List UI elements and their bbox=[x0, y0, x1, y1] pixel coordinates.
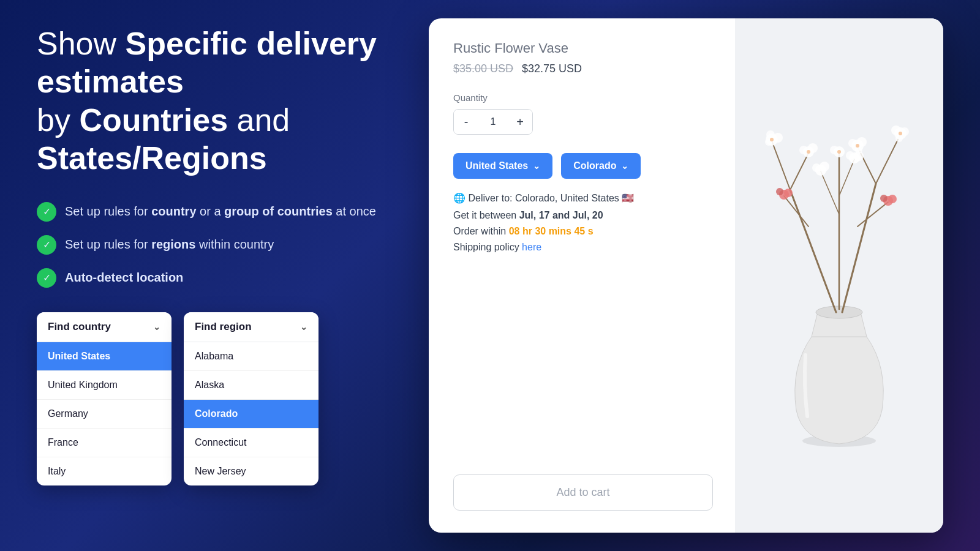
shipping-policy-label: Shipping policy bbox=[453, 242, 522, 252]
region-item-al[interactable]: Alabama bbox=[184, 342, 318, 371]
svg-point-22 bbox=[848, 139, 857, 148]
svg-point-41 bbox=[880, 195, 888, 202]
product-info: Rustic Flower Vase $35.00 USD $32.75 USD… bbox=[429, 18, 735, 533]
svg-point-46 bbox=[899, 132, 902, 135]
shipping-policy: Shipping policy here bbox=[453, 242, 713, 253]
feature-regions-text: Set up rules for regions within country bbox=[65, 238, 274, 252]
svg-point-33 bbox=[820, 162, 829, 171]
delivery-info: 🌐 Deliver to: Colorado, United States 🇺🇸… bbox=[453, 192, 713, 253]
product-card: Rustic Flower Vase $35.00 USD $32.75 USD… bbox=[429, 18, 943, 533]
add-to-cart-button[interactable]: Add to cart bbox=[453, 474, 713, 511]
svg-point-43 bbox=[770, 138, 774, 141]
headline-line1-normal: Show bbox=[37, 26, 126, 61]
country-item-us[interactable]: United States bbox=[37, 342, 172, 371]
feature-country-text: Set up rules for country or a group of c… bbox=[65, 204, 376, 219]
countdown-timer: 08 hr 30 mins 45 s bbox=[509, 226, 594, 236]
price-sale: $32.75 USD bbox=[522, 62, 582, 75]
feature-regions: ✓ Set up rules for regions within countr… bbox=[37, 235, 380, 255]
quantity-label: Quantity bbox=[453, 92, 713, 103]
feature-autodetect: ✓ Auto-detect location bbox=[37, 268, 380, 288]
svg-point-45 bbox=[856, 144, 859, 148]
location-selects: United States ⌄ Colorado ⌄ bbox=[453, 153, 713, 179]
country-item-fr[interactable]: France bbox=[37, 429, 172, 457]
product-title: Rustic Flower Vase bbox=[453, 40, 713, 56]
shipping-policy-link[interactable]: here bbox=[522, 242, 541, 252]
get-it-dates: Get it between Jul, 17 and Jul, 20 bbox=[453, 210, 713, 221]
country-dropdown-label: Find country bbox=[48, 321, 111, 333]
check-icon-1: ✓ bbox=[37, 202, 56, 222]
region-dropdown-header[interactable]: Find region ⌄ bbox=[184, 312, 318, 342]
country-item-uk[interactable]: United Kingdom bbox=[37, 371, 172, 400]
headline: Show Specific delivery estimates by Coun… bbox=[37, 24, 380, 178]
region-item-ct[interactable]: Connecticut bbox=[184, 429, 318, 457]
svg-point-36 bbox=[854, 151, 864, 161]
feature-autodetect-text: Auto-detect location bbox=[65, 271, 183, 285]
headline-line2-and: and bbox=[228, 102, 290, 138]
svg-point-39 bbox=[784, 189, 793, 197]
region-dropdown-label: Find region bbox=[195, 321, 252, 333]
svg-point-44 bbox=[807, 150, 810, 154]
svg-point-30 bbox=[830, 146, 839, 154]
country-dropdown-panel: Find country ⌄ United States United King… bbox=[37, 312, 172, 485]
svg-point-19 bbox=[799, 146, 808, 154]
region-item-nj[interactable]: New Jersey bbox=[184, 457, 318, 485]
region-chevron-icon: ⌄ bbox=[300, 322, 307, 332]
region-select-label: Colorado bbox=[573, 160, 616, 171]
svg-point-35 bbox=[846, 151, 854, 160]
get-it-dates-bold: Jul, 17 and Jul, 20 bbox=[519, 210, 603, 220]
svg-point-42 bbox=[888, 195, 897, 203]
region-dropdown-panel: Find region ⌄ Alabama Alaska Colorado Co… bbox=[184, 312, 318, 485]
region-select-chevron-icon: ⌄ bbox=[621, 161, 628, 171]
svg-point-16 bbox=[773, 133, 783, 143]
quantity-control: - 1 + bbox=[453, 109, 533, 135]
feature-country: ✓ Set up rules for country or a group of… bbox=[37, 202, 380, 222]
svg-point-28 bbox=[895, 135, 903, 142]
country-chevron-icon: ⌄ bbox=[153, 322, 160, 332]
dropdowns-row: Find country ⌄ United States United King… bbox=[37, 312, 380, 485]
left-section: Show Specific delivery estimates by Coun… bbox=[37, 24, 380, 485]
features-list: ✓ Set up rules for country or a group of… bbox=[37, 202, 380, 288]
product-image bbox=[735, 18, 943, 533]
region-item-ak[interactable]: Alaska bbox=[184, 371, 318, 400]
check-icon-3: ✓ bbox=[37, 268, 56, 288]
quantity-plus-button[interactable]: + bbox=[508, 110, 532, 134]
region-select-button[interactable]: Colorado ⌄ bbox=[561, 153, 641, 179]
country-select-chevron-icon: ⌄ bbox=[533, 161, 540, 171]
country-item-it[interactable]: Italy bbox=[37, 457, 172, 485]
quantity-value: 1 bbox=[478, 116, 508, 127]
svg-point-47 bbox=[837, 150, 841, 154]
price-row: $35.00 USD $32.75 USD bbox=[453, 62, 713, 75]
svg-point-38 bbox=[776, 188, 783, 195]
country-select-button[interactable]: United States ⌄ bbox=[453, 153, 552, 179]
region-item-co[interactable]: Colorado bbox=[184, 400, 318, 429]
headline-line2-countries: Countries bbox=[79, 102, 228, 138]
check-icon-2: ✓ bbox=[37, 235, 56, 255]
country-item-de[interactable]: Germany bbox=[37, 400, 172, 429]
svg-point-32 bbox=[812, 163, 821, 172]
country-select-label: United States bbox=[466, 160, 528, 171]
vase-illustration bbox=[753, 92, 925, 459]
headline-line2-by: by bbox=[37, 102, 79, 138]
price-original: $35.00 USD bbox=[453, 62, 513, 75]
headline-line2-states: States/Regions bbox=[37, 140, 267, 176]
order-within: Order within 08 hr 30 mins 45 s bbox=[453, 226, 713, 237]
country-dropdown-header[interactable]: Find country ⌄ bbox=[37, 312, 172, 342]
deliver-to: 🌐 Deliver to: Colorado, United States 🇺🇸 bbox=[453, 192, 713, 204]
quantity-minus-button[interactable]: - bbox=[454, 110, 478, 134]
